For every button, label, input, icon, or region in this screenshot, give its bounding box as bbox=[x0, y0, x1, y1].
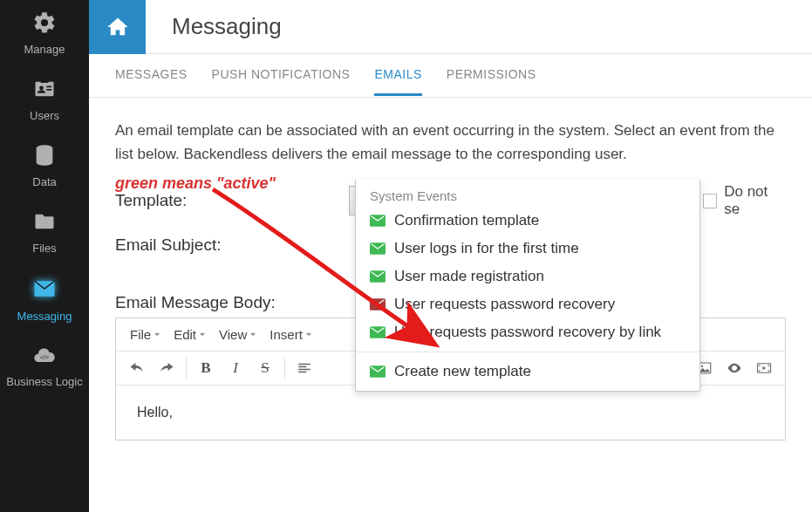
tab-messages[interactable]: MESSAGES bbox=[115, 55, 188, 96]
envelope-green-icon bbox=[370, 242, 386, 255]
gear-icon bbox=[32, 10, 57, 39]
editor-content[interactable]: Hello, bbox=[116, 386, 785, 440]
tab-push-notifications[interactable]: PUSH NOTIFICATIONS bbox=[212, 55, 351, 96]
editor-greeting: Hello, bbox=[137, 405, 173, 420]
dropdown-item-password-recovery-link[interactable]: User requests password recovery by link bbox=[356, 318, 699, 346]
content-area: An email template can be associated with… bbox=[89, 98, 812, 461]
header: Messaging bbox=[89, 0, 812, 54]
svg-rect-3 bbox=[46, 86, 51, 88]
undo-button[interactable] bbox=[123, 355, 151, 381]
svg-rect-19 bbox=[768, 371, 770, 372]
dropdown-item-password-recovery[interactable]: User requests password recovery bbox=[356, 290, 699, 318]
folder-icon bbox=[32, 209, 57, 238]
chevron-down-icon bbox=[250, 333, 256, 338]
sidebar-item-manage[interactable]: Manage bbox=[0, 0, 89, 66]
envelope-green-icon bbox=[370, 215, 386, 227]
menu-edit[interactable]: Edit bbox=[167, 324, 212, 345]
sidebar-item-business-logic[interactable]: </> Business Logic bbox=[0, 333, 89, 399]
envelope-icon bbox=[31, 276, 58, 306]
svg-rect-16 bbox=[759, 365, 761, 367]
id-badge-icon bbox=[32, 77, 57, 106]
dropdown-separator bbox=[356, 352, 699, 352]
cloud-code-icon: </> bbox=[32, 344, 57, 372]
home-icon bbox=[106, 15, 130, 39]
sidebar-label: Business Logic bbox=[6, 376, 82, 388]
do-not-send-label: Do not se bbox=[724, 183, 786, 218]
tab-permissions[interactable]: PERMISSIONS bbox=[447, 55, 536, 96]
sidebar-item-data[interactable]: Data bbox=[0, 133, 89, 199]
do-not-send-row: Do not se bbox=[703, 183, 786, 218]
dropdown-item-registration[interactable]: User made registration bbox=[356, 263, 699, 290]
toolbar-separator bbox=[186, 358, 187, 379]
svg-rect-4 bbox=[46, 89, 51, 91]
sidebar: Manage Users Data Files Messaging </> Bu… bbox=[0, 0, 89, 512]
page-title: Messaging bbox=[172, 13, 282, 40]
redo-button[interactable] bbox=[153, 355, 181, 381]
svg-rect-17 bbox=[759, 371, 761, 372]
video-button[interactable] bbox=[750, 355, 778, 381]
chevron-down-icon bbox=[306, 333, 311, 338]
svg-text:</>: </> bbox=[40, 354, 49, 360]
dropdown-item-first-login[interactable]: User logs in for the first time bbox=[356, 235, 699, 263]
sidebar-label: Files bbox=[32, 242, 56, 255]
envelope-green-icon bbox=[370, 326, 386, 338]
svg-rect-1 bbox=[40, 79, 48, 83]
dropdown-item-label: User logs in for the first time bbox=[394, 240, 579, 257]
tab-bar: MESSAGES PUSH NOTIFICATIONS EMAILS PERMI… bbox=[89, 54, 812, 98]
dropdown-section-header: System Events bbox=[356, 180, 699, 207]
chevron-down-icon bbox=[200, 333, 205, 338]
align-left-button[interactable] bbox=[290, 355, 318, 381]
svg-point-2 bbox=[39, 86, 44, 91]
dropdown-item-label: Confirmation template bbox=[394, 212, 539, 229]
preview-button[interactable] bbox=[720, 355, 748, 381]
dropdown-item-create-template[interactable]: Create new template bbox=[356, 358, 699, 391]
subject-label: Email Subject: bbox=[115, 236, 355, 255]
sidebar-label: Messaging bbox=[17, 310, 72, 323]
svg-point-14 bbox=[701, 365, 703, 367]
envelope-red-icon bbox=[370, 298, 386, 311]
chevron-down-icon bbox=[154, 333, 160, 338]
menu-view[interactable]: View bbox=[212, 324, 263, 345]
database-icon bbox=[32, 143, 57, 172]
dropdown-item-label: User requests password recovery by link bbox=[394, 324, 661, 341]
main-area: Messaging MESSAGES PUSH NOTIFICATIONS EM… bbox=[89, 0, 812, 512]
toolbar-separator bbox=[284, 358, 285, 379]
dropdown-item-label: Create new template bbox=[394, 363, 531, 380]
strikethrough-button[interactable]: S bbox=[251, 355, 279, 381]
sidebar-item-users[interactable]: Users bbox=[0, 66, 89, 133]
italic-button[interactable]: I bbox=[222, 355, 249, 381]
envelope-green-icon bbox=[370, 270, 386, 283]
dropdown-item-label: User requests password recovery bbox=[394, 296, 615, 313]
template-dropdown: System Events Confirmation template User… bbox=[355, 180, 700, 392]
menu-insert[interactable]: Insert bbox=[263, 324, 318, 345]
sidebar-item-messaging[interactable]: Messaging bbox=[0, 265, 89, 333]
sidebar-label: Data bbox=[32, 175, 56, 188]
envelope-green-icon bbox=[370, 365, 386, 378]
annotation-text: green means "active" bbox=[115, 174, 276, 193]
bold-button[interactable]: B bbox=[192, 355, 220, 381]
dropdown-item-confirmation[interactable]: Confirmation template bbox=[356, 207, 699, 235]
menu-file[interactable]: File bbox=[123, 324, 167, 345]
dropdown-item-label: User made registration bbox=[394, 268, 544, 285]
home-button[interactable] bbox=[89, 0, 146, 54]
tab-emails[interactable]: EMAILS bbox=[374, 55, 421, 96]
do-not-send-checkbox[interactable] bbox=[703, 194, 718, 208]
template-label: Template: bbox=[115, 191, 349, 210]
sidebar-label: Users bbox=[30, 109, 59, 122]
intro-text: An email template can be associated with… bbox=[115, 119, 786, 166]
sidebar-label: Manage bbox=[24, 43, 65, 56]
svg-rect-18 bbox=[768, 365, 770, 367]
sidebar-item-files[interactable]: Files bbox=[0, 199, 89, 265]
